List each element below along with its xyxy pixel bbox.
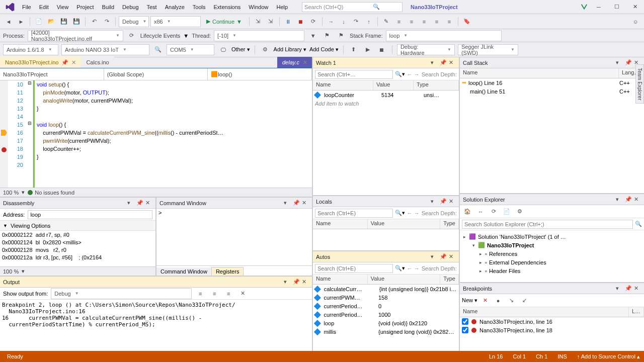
menu-window[interactable]: Window [245, 2, 272, 12]
save-icon[interactable]: 💾 [58, 16, 69, 27]
import-icon[interactable]: ↙ [519, 295, 530, 306]
menu-test[interactable]: Test [143, 2, 161, 12]
pin-icon[interactable]: 📌 [61, 59, 68, 66]
status-scm[interactable]: ↑ Add to Source Control ▴ [577, 353, 640, 360]
callstack-header[interactable]: Call Stack▾📌✕ [460, 57, 644, 68]
showall-icon[interactable]: 📄 [501, 206, 512, 217]
debug-start-icon[interactable]: ▶ [362, 44, 373, 55]
breakpoint-row[interactable]: Nano33IoTProject.ino, line 18 [460, 326, 644, 334]
menu-analyze[interactable]: Analyze [161, 2, 189, 12]
probe-combo[interactable]: Segger JLink (SWD)▼ [458, 44, 518, 55]
com-combo[interactable]: COM5▼ [167, 44, 214, 55]
menu-view[interactable]: View [53, 2, 73, 12]
autos-row[interactable]: currentPWM…158int [313, 293, 459, 302]
board-combo[interactable]: Arduino NANO 33 IoT▼ [61, 44, 149, 55]
continue-button[interactable]: ▶ Continue ▼ [202, 16, 246, 27]
close-icon[interactable]: ✕ [71, 59, 76, 66]
flag-icon[interactable]: ⚑ [321, 30, 333, 41]
save-all-icon[interactable]: 💾 [71, 16, 82, 27]
dropdown-icon[interactable]: ▾ [127, 200, 134, 207]
step-into-icon[interactable]: ↓ [338, 16, 349, 27]
close-icon[interactable]: ✕ [145, 200, 152, 207]
nav-fwd-icon[interactable]: ► [16, 16, 27, 27]
process-combo[interactable]: [42000] Nano33IoTProject.ino.elf▼ [28, 30, 123, 41]
home-icon[interactable]: 🏠 [462, 206, 473, 217]
flag2-icon[interactable]: ⚑ [336, 30, 347, 41]
pause-icon[interactable]: ⏸ [283, 16, 294, 27]
menu-edit[interactable]: Edit [35, 2, 53, 12]
step-out-icon[interactable]: ↑ [363, 16, 374, 27]
show-next-stmt-icon[interactable]: → [326, 16, 337, 27]
output-header[interactable]: Output▾📌✕ [0, 277, 312, 288]
other-dropdown[interactable]: Other ▾ [231, 46, 250, 53]
bookmark-icon[interactable]: 🔖 [461, 16, 472, 27]
debug-hw-combo[interactable]: Debug: Hardware▼ [397, 44, 455, 55]
add-library[interactable]: Add Library ▾ [274, 46, 306, 53]
nav-project[interactable]: Nano33IoTProject [0, 68, 104, 80]
stackframe-combo[interactable]: loop▼ [386, 30, 502, 41]
tab-delay-c[interactable]: delay.c ✕ [277, 57, 312, 68]
solexp-search[interactable] [462, 220, 633, 229]
restart-icon[interactable]: ⟳ [308, 16, 319, 27]
add-code[interactable]: Add Code ▾ [309, 46, 339, 53]
sync-icon[interactable]: ↔ [475, 206, 486, 217]
tab-cmd[interactable]: Command Window [156, 267, 211, 276]
tb-icon-a[interactable]: ✎ [381, 16, 392, 27]
serial-monitor-icon[interactable]: 🖵 [217, 44, 228, 55]
menu-project[interactable]: Project [72, 2, 98, 12]
viewing-options[interactable]: ▼Viewing Options [0, 221, 155, 231]
autos-row[interactable]: millis{unsigned long (void)} 0x2820 …uns… [313, 327, 459, 336]
thread-combo[interactable]: [-10]▼ [214, 30, 304, 41]
tb-icon-e[interactable]: ≡ [431, 16, 442, 27]
debug-stop-icon[interactable]: ⏹ [376, 44, 387, 55]
feedback-icon[interactable]: ☺ [630, 16, 641, 27]
properties-icon[interactable]: ⚙ [514, 206, 525, 217]
callstack-row[interactable]: main() Line 51C++ [460, 87, 644, 96]
undo-icon[interactable]: ↶ [89, 16, 100, 27]
upload-icon[interactable]: ⬆ [348, 44, 359, 55]
locals-search[interactable] [315, 209, 393, 218]
autos-row[interactable]: currentPeriod…1000unsigned… [313, 310, 459, 319]
pin-icon[interactable]: 📌 [136, 200, 143, 207]
zoom-level[interactable]: 100 % [3, 190, 19, 196]
search-board-icon[interactable]: 🔍 [152, 44, 164, 55]
watch-search[interactable] [315, 70, 393, 79]
tab-calcs-ino[interactable]: Calcs.ino [81, 57, 114, 68]
solution-tree[interactable]: ▸🟪 Solution 'Nano33IoTProject' (1 of … ▾… [460, 230, 644, 282]
tb-icon-f[interactable]: ≡ [444, 16, 455, 27]
tb-icon-d[interactable]: ≡ [419, 16, 430, 27]
menu-extensions[interactable]: Extensions [210, 2, 245, 12]
redo-icon[interactable]: ↷ [101, 16, 112, 27]
lifecycle-icon[interactable]: ⟳ [126, 30, 137, 41]
solexp-header[interactable]: Solution Explorer▾📌✕ [460, 194, 644, 205]
menu-help[interactable]: Help [272, 2, 292, 12]
tb-icon-c[interactable]: ≡ [406, 16, 417, 27]
output-icon3[interactable]: ≡ [223, 288, 234, 299]
watch-row[interactable]: loopCounter5134unsi… [313, 90, 459, 99]
delete-bp-icon[interactable]: ✕ [479, 295, 491, 306]
command-header[interactable]: Command Window▾📌✕ [156, 198, 312, 209]
step-icon1[interactable]: ⇲ [253, 16, 264, 27]
disassembly-header[interactable]: Disassembly▾📌✕ [0, 198, 155, 209]
refresh-icon[interactable]: ⟳ [488, 206, 499, 217]
command-body[interactable]: > [156, 209, 312, 265]
close-icon[interactable]: ✕ [302, 59, 307, 66]
config-combo[interactable]: Debug▼ [119, 16, 149, 27]
open-icon[interactable]: 📂 [46, 16, 57, 27]
tab-registers[interactable]: Registers [211, 267, 244, 276]
side-tab-team-explorer[interactable]: Team Explorer [635, 64, 644, 104]
export-icon[interactable]: ↘ [506, 295, 517, 306]
breakpoint-row[interactable]: Nano33IoTProject.ino, line 16 [460, 317, 644, 326]
clear-icon[interactable]: ✕ [237, 288, 248, 299]
menu-debug[interactable]: Debug [118, 2, 142, 12]
autos-row[interactable]: calculateCurr…{int (unsigned long)} 0x21… [313, 285, 459, 293]
arduino-ver-combo[interactable]: Arduino 1.6/1.8▼ [3, 44, 58, 55]
locals-header[interactable]: Locals▾📌✕ [313, 196, 459, 207]
nav-scope[interactable]: (Global Scope) [104, 68, 208, 80]
code-area[interactable]: 1011121314151617181920 ⊟⊟ void setup() {… [0, 80, 312, 188]
stop-icon[interactable]: ⏹ [295, 16, 306, 27]
minimize-button[interactable]: ─ [592, 2, 606, 12]
step-over-icon[interactable]: ↷ [351, 16, 362, 27]
new-bp-dropdown[interactable]: New ▾ [462, 297, 477, 304]
tb-icon-b[interactable]: ≡ [393, 16, 405, 27]
